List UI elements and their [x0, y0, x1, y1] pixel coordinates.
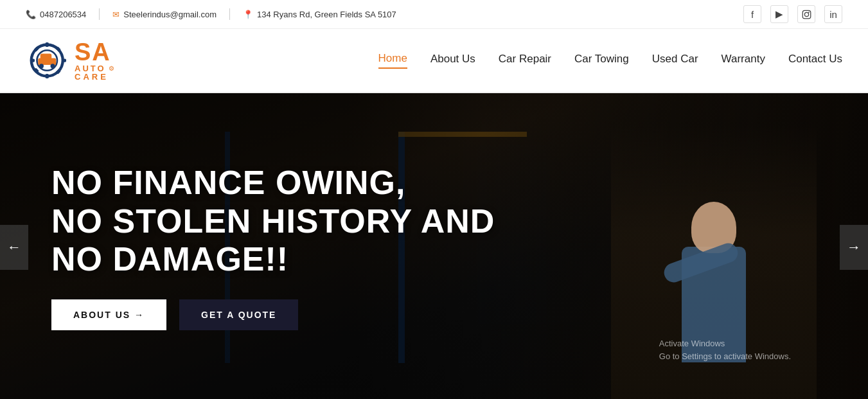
- svg-rect-7: [30, 58, 35, 62]
- divider-1: [99, 8, 100, 20]
- nav-links: Home About Us Car Repair Car Towing Used…: [378, 52, 842, 69]
- activate-windows-title: Activate Windows: [659, 337, 791, 350]
- hero-headline-line3: NO DAMAGE!!: [51, 240, 288, 278]
- nav-car-repair[interactable]: Car Repair: [499, 53, 551, 68]
- logo[interactable]: SA AUTO ⚙ CARE: [26, 38, 114, 83]
- svg-point-15: [39, 64, 44, 68]
- hero-section: NO FINANCE OWING, NO STOLEN HISTORY AND …: [0, 93, 868, 399]
- activate-windows-notice: Activate Windows Go to Settings to activ…: [659, 337, 791, 362]
- topbar: 📞 0487206534 ✉ Steelerindus@gmail.com 📍 …: [0, 0, 868, 29]
- nav-warranty[interactable]: Warranty: [722, 53, 765, 68]
- svg-point-2: [808, 12, 810, 13]
- about-us-button[interactable]: ABOUT US →: [51, 299, 166, 330]
- topbar-contact-info: 📞 0487206534 ✉ Steelerindus@gmail.com 📍 …: [26, 8, 396, 20]
- nav-contact[interactable]: Contact Us: [788, 53, 842, 68]
- nav-about[interactable]: About Us: [430, 53, 475, 68]
- divider-2: [229, 8, 230, 20]
- get-quote-button[interactable]: GET A QUOTE: [179, 299, 298, 330]
- logo-text: SA AUTO ⚙ CARE: [75, 40, 114, 81]
- phone-item: 📞 0487206534: [26, 10, 86, 19]
- phone-number: 0487206534: [40, 10, 86, 19]
- email-icon: ✉: [112, 10, 120, 19]
- slider-next-arrow[interactable]: →: [840, 225, 868, 270]
- svg-point-1: [804, 12, 808, 16]
- email-address: Steelerindus@gmail.com: [123, 10, 217, 19]
- linkedin-icon[interactable]: in: [824, 5, 842, 23]
- logo-sa: SA: [75, 40, 114, 64]
- hero-headline-line2: NO STOLEN HISTORY AND: [51, 202, 495, 240]
- hero-headline-line1: NO FINANCE OWING,: [51, 164, 405, 201]
- navbar: SA AUTO ⚙ CARE Home About Us Car Repair …: [0, 29, 868, 93]
- svg-rect-5: [46, 42, 49, 47]
- svg-rect-14: [40, 54, 52, 60]
- youtube-icon[interactable]: ▶: [770, 5, 788, 23]
- slider-prev-arrow[interactable]: ←: [0, 225, 28, 270]
- social-icons: f ▶ in: [743, 5, 842, 23]
- logo-svg: [26, 38, 71, 83]
- nav-used-car[interactable]: Used Car: [652, 53, 698, 68]
- activate-windows-subtitle: Go to Settings to activate Windows.: [659, 350, 791, 363]
- nav-home[interactable]: Home: [378, 52, 407, 69]
- logo-sa-text: SA: [75, 39, 111, 66]
- hero-buttons: ABOUT US → GET A QUOTE: [51, 299, 817, 330]
- instagram-icon[interactable]: [797, 5, 815, 23]
- nav-car-towing[interactable]: Car Towing: [574, 53, 629, 68]
- svg-rect-0: [802, 10, 811, 19]
- address-text: 134 Ryans Rd, Green Fields SA 5107: [257, 10, 396, 19]
- svg-rect-8: [62, 58, 66, 62]
- location-icon: 📍: [243, 10, 253, 19]
- email-item: ✉ Steelerindus@gmail.com: [112, 10, 217, 19]
- svg-rect-6: [46, 74, 49, 78]
- logo-care: CARE: [75, 73, 114, 81]
- address-item: 📍 134 Ryans Rd, Green Fields SA 5107: [243, 10, 396, 19]
- svg-point-16: [51, 64, 55, 68]
- phone-icon: 📞: [26, 10, 36, 19]
- hero-headline: NO FINANCE OWING, NO STOLEN HISTORY AND …: [51, 164, 501, 279]
- facebook-icon[interactable]: f: [743, 5, 761, 23]
